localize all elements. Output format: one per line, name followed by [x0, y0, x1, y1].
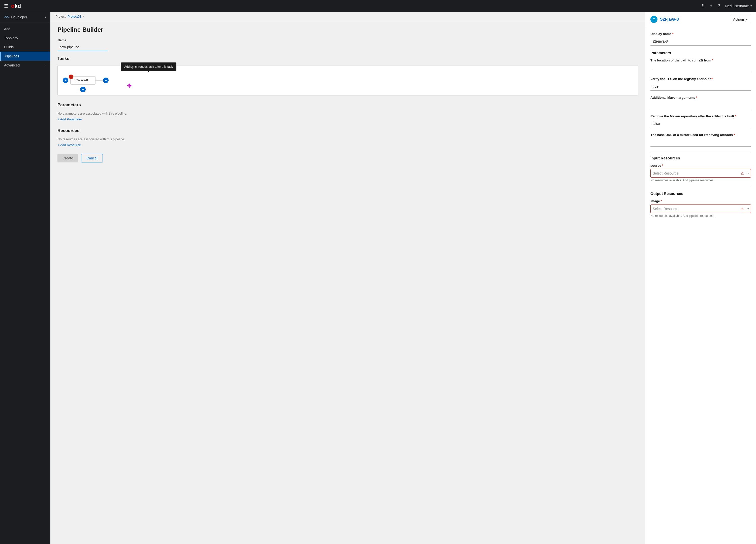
pipeline-builder-content: Pipeline Builder Name Tasks + ! S2i-java…: [50, 21, 645, 544]
task-details-panel: T S2i-java-8 Actions ▾ Display name * Pa…: [645, 12, 756, 544]
add-resource-label: + Add Resource: [57, 143, 81, 147]
param-input-0[interactable]: [650, 64, 751, 72]
action-buttons: Create Cancel: [57, 154, 638, 163]
source-caret-icon: ▾: [747, 172, 749, 175]
source-field-group: source * Select Resource ⚠ ▾ No resource…: [650, 164, 751, 182]
param-field-0: The location of the path to run s2i from…: [650, 58, 751, 72]
username-label: Ned Username: [725, 4, 749, 8]
image-field-group: image * Select Resource ⚠ ▾ No resources…: [650, 199, 751, 218]
sidebar-item-advanced-label: Advanced: [4, 63, 20, 67]
resources-section: Resources No resources are associated wi…: [57, 128, 638, 147]
task-name-title: S2i-java-8: [660, 17, 727, 22]
sidebar-item-advanced[interactable]: Advanced ›: [0, 61, 50, 70]
output-resources-header: Output Resources: [650, 192, 751, 196]
add-parameter-link[interactable]: + Add Parameter: [57, 117, 638, 121]
param-input-2[interactable]: [650, 101, 751, 109]
image-select-wrapper: Select Resource ⚠ ▾: [650, 205, 751, 213]
param-required-0: *: [712, 58, 713, 62]
param-label-4: The base URL of a mirror used for retrie…: [650, 133, 751, 137]
task-badge: T: [650, 16, 657, 23]
main-content: Project: Project01 ▾ Pipeline Builder Na…: [50, 12, 756, 544]
developer-mode-selector[interactable]: </> Developer ▾: [0, 12, 50, 22]
pipeline-builder-panel: Project: Project01 ▾ Pipeline Builder Na…: [50, 12, 645, 544]
param-label-1: Verify the TLS on the registry endpoint …: [650, 77, 751, 81]
sidebar-item-add[interactable]: Add: [0, 24, 50, 34]
source-error-icon: ⚠: [741, 171, 744, 175]
actions-dropdown[interactable]: Actions ▾: [730, 16, 751, 23]
no-resources-text: No resources are associated with this pi…: [57, 137, 638, 141]
tasks-section: Tasks + ! S2i-java-8 +: [57, 56, 638, 96]
param-field-1: Verify the TLS on the registry endpoint …: [650, 77, 751, 91]
param-required-3: *: [735, 114, 736, 118]
actions-label: Actions: [733, 17, 745, 21]
param-field-3: Remove the Maven repository after the ar…: [650, 114, 751, 128]
logo-kd: kd: [14, 3, 21, 9]
source-no-resources-text: No resources available. Add pipeline res…: [650, 179, 751, 182]
image-caret-icon: ▾: [747, 207, 749, 211]
project-caret-icon[interactable]: ▾: [82, 15, 84, 18]
task-node-s2i[interactable]: ! S2i-java-8 +: [70, 76, 96, 85]
param-required-4: *: [734, 133, 735, 137]
sidebar-item-pipelines[interactable]: Pipelines: [0, 52, 50, 61]
add-task-before-button[interactable]: +: [63, 78, 68, 83]
add-param-label: + Add Parameter: [57, 117, 82, 121]
display-name-required-star: *: [672, 32, 674, 36]
top-navigation: ☰ o kd ⠿ + ? Ned Username ▾: [0, 0, 756, 12]
param-input-4[interactable]: [650, 138, 751, 147]
add-task-below-button[interactable]: +: [80, 87, 86, 92]
page-title: Pipeline Builder: [57, 26, 638, 33]
task-node-wrapper: + ! S2i-java-8 + +: [63, 76, 109, 85]
param-required-2: *: [696, 96, 697, 100]
tasks-section-title: Tasks: [57, 56, 638, 61]
actions-caret-icon: ▾: [746, 18, 748, 21]
developer-mode-caret-icon: ▾: [45, 16, 46, 19]
display-name-group: Display name *: [650, 32, 751, 46]
cancel-button[interactable]: Cancel: [81, 154, 103, 163]
params-detail-header: Parameters: [650, 51, 751, 55]
apps-icon[interactable]: ⠿: [702, 3, 705, 9]
project-bar: Project: Project01 ▾: [50, 12, 645, 21]
param-field-4: The base URL of a mirror used for retrie…: [650, 133, 751, 147]
create-button[interactable]: Create: [57, 154, 78, 163]
tasks-area: + ! S2i-java-8 + +: [57, 65, 638, 96]
sidebar-item-topology[interactable]: Topology: [0, 34, 50, 43]
task-details-header: T S2i-java-8 Actions ▾: [645, 12, 756, 27]
sidebar: </> Developer ▾ Add Topology Builds Pipe…: [0, 12, 50, 544]
add-sync-task-tooltip: Add synchronous task after this task: [121, 62, 176, 71]
add-icon[interactable]: +: [710, 3, 713, 9]
add-task-after-button[interactable]: +: [103, 78, 109, 83]
image-select[interactable]: Select Resource: [650, 205, 751, 213]
logo-o: o: [11, 3, 14, 9]
user-menu[interactable]: Ned Username ▾: [725, 4, 752, 8]
param-label-2: Additional Maven arguments *: [650, 96, 751, 100]
sidebar-item-builds[interactable]: Builds: [0, 43, 50, 52]
sidebar-item-topology-label: Topology: [4, 36, 18, 40]
project-name[interactable]: Project01: [68, 15, 81, 18]
name-input[interactable]: [57, 44, 108, 51]
param-field-2: Additional Maven arguments *: [650, 96, 751, 109]
image-no-resources-text: No resources available. Add pipeline res…: [650, 214, 751, 218]
task-connector: [96, 80, 103, 81]
developer-mode-label: Developer: [11, 15, 27, 19]
add-task-after-wrapper: + Add synchronous task after this task ✥: [103, 78, 109, 83]
logo: o kd: [11, 3, 21, 9]
input-resources-header: Input Resources: [650, 156, 751, 160]
image-required-star: *: [661, 199, 662, 203]
param-input-3[interactable]: [650, 120, 751, 128]
task-node-label: S2i-java-8: [74, 79, 88, 82]
warning-badge: !: [69, 75, 73, 79]
hamburger-menu[interactable]: ☰: [4, 3, 8, 9]
source-select-wrapper: Select Resource ⚠ ▾: [650, 169, 751, 178]
sidebar-nav: Add Topology Builds Pipelines Advanced ›: [0, 22, 50, 72]
project-prefix: Project:: [55, 15, 67, 18]
no-params-text: No parameters are associated with this p…: [57, 112, 638, 115]
help-icon[interactable]: ?: [718, 3, 720, 9]
user-caret-icon: ▾: [750, 4, 752, 8]
cursor-icon: ✥: [127, 83, 132, 89]
param-input-1[interactable]: [650, 82, 751, 91]
advanced-caret-icon: ›: [45, 64, 46, 67]
source-select[interactable]: Select Resource: [650, 169, 751, 178]
display-name-label: Display name *: [650, 32, 751, 36]
add-resource-link[interactable]: + Add Resource: [57, 143, 638, 147]
display-name-input[interactable]: [650, 37, 751, 46]
